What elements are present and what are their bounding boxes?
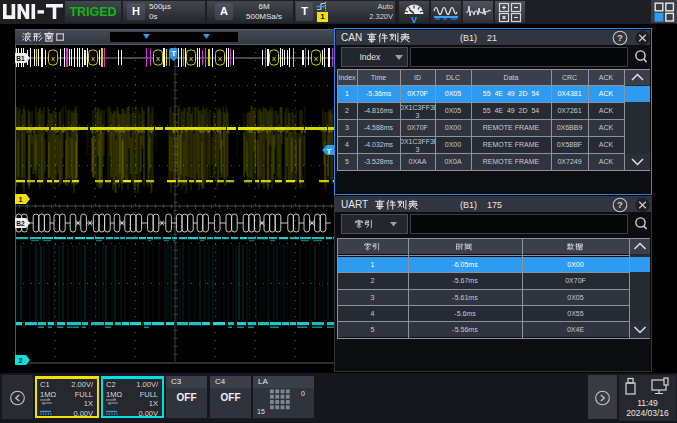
svg-text:175: 175 bbox=[487, 200, 502, 210]
svg-text:B1: B1 bbox=[16, 55, 25, 62]
svg-text:x: x bbox=[91, 54, 95, 63]
svg-text:CAN: CAN bbox=[341, 32, 362, 43]
svg-text:x: x bbox=[272, 54, 276, 63]
svg-text:x: x bbox=[51, 54, 55, 63]
svg-text:15: 15 bbox=[257, 408, 265, 415]
svg-text:0: 0 bbox=[301, 390, 305, 397]
svg-text:21: 21 bbox=[487, 33, 497, 43]
svg-text:2: 2 bbox=[19, 357, 23, 364]
svg-text:T: T bbox=[171, 49, 176, 58]
svg-text:B2: B2 bbox=[16, 220, 25, 227]
svg-text:1: 1 bbox=[19, 196, 23, 203]
svg-text:x: x bbox=[314, 54, 318, 63]
svg-text:x: x bbox=[156, 54, 160, 63]
svg-text:x: x bbox=[218, 54, 222, 63]
svg-text:T: T bbox=[327, 147, 332, 156]
svg-text:(B1): (B1) bbox=[460, 200, 477, 210]
svg-text:V: V bbox=[411, 15, 417, 24]
svg-text:UART: UART bbox=[341, 199, 368, 210]
svg-text:?: ? bbox=[617, 32, 623, 43]
svg-text:(B1): (B1) bbox=[460, 33, 477, 43]
svg-text:?: ? bbox=[617, 199, 623, 210]
svg-text:x: x bbox=[189, 54, 193, 63]
